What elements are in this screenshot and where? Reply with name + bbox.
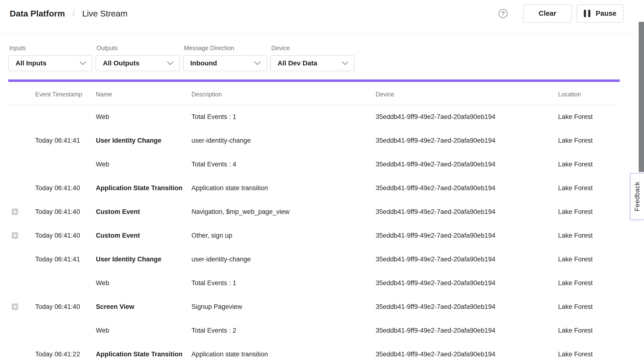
accent-divider xyxy=(8,79,620,82)
cell-name: Application State Transition xyxy=(96,351,182,358)
scrollbar-track[interactable] xyxy=(639,0,644,360)
breadcrumb-live-stream: Live Stream xyxy=(82,9,128,18)
column-header-name: Name xyxy=(96,84,112,105)
cell-location: Lake Forest xyxy=(558,208,593,216)
cell-device: 35eddb41-9ff9-49e2-7aed-20afa90eb194 xyxy=(376,303,495,311)
breadcrumb-separator: / xyxy=(72,8,75,19)
page-header: Data Platform / Live Stream ? Clear Paus… xyxy=(0,0,644,33)
table-row[interactable]: Web Total Events : 2 35eddb41-9ff9-49e2-… xyxy=(0,319,644,342)
cell-device: 35eddb41-9ff9-49e2-7aed-20afa90eb194 xyxy=(376,256,495,263)
filter-outputs-value: All Outputs xyxy=(103,59,140,67)
clear-button[interactable]: Clear xyxy=(523,4,572,23)
cell-location: Lake Forest xyxy=(558,256,593,263)
filter-device-value: All Dev Data xyxy=(278,59,317,67)
cell-name: Custom Event xyxy=(96,232,140,239)
cell-location: Lake Forest xyxy=(558,137,593,144)
breadcrumb: Data Platform / Live Stream xyxy=(10,8,128,19)
cell-description: user-identity-change xyxy=(192,137,251,144)
filter-device-select[interactable]: All Dev Data xyxy=(270,55,354,71)
table-row[interactable]: Today 06:41:41 User Identity Change user… xyxy=(0,129,644,152)
cell-name: Application State Transition xyxy=(96,184,182,192)
cell-description: Other, sign up xyxy=(192,232,232,239)
cell-description: Total Events : 2 xyxy=(192,327,236,334)
filter-outputs-select[interactable]: All Outputs xyxy=(96,55,180,71)
chevron-down-icon xyxy=(167,61,174,65)
column-header-device: Device xyxy=(376,84,394,105)
cell-description: Navigation, $mp_web_page_view xyxy=(192,208,290,216)
filters-bar: Inputs All Inputs Outputs All Outputs Me… xyxy=(8,45,354,71)
filter-inputs-select[interactable]: All Inputs xyxy=(8,55,92,71)
cell-device: 35eddb41-9ff9-49e2-7aed-20afa90eb194 xyxy=(376,161,495,168)
filter-device-label: Device xyxy=(270,45,354,51)
table-row[interactable]: Today 06:41:41 User Identity Change user… xyxy=(0,247,644,271)
column-header-location: Location xyxy=(558,84,581,105)
expand-button[interactable] xyxy=(12,232,18,239)
chevron-down-icon xyxy=(254,61,261,65)
table-row[interactable]: Today 06:41:40 Application State Transit… xyxy=(0,176,644,200)
cell-device: 35eddb41-9ff9-49e2-7aed-20afa90eb194 xyxy=(376,137,495,144)
filter-inputs-label: Inputs xyxy=(8,45,92,51)
cell-device: 35eddb41-9ff9-49e2-7aed-20afa90eb194 xyxy=(376,279,495,287)
cell-timestamp: Today 06:41:41 xyxy=(35,256,80,263)
table-row[interactable]: Web Total Events : 4 35eddb41-9ff9-49e2-… xyxy=(0,152,644,176)
table-row[interactable]: Today 06:41:40 Custom Event Navigation, … xyxy=(0,200,644,224)
filter-outputs: Outputs All Outputs xyxy=(96,45,180,71)
cell-device: 35eddb41-9ff9-49e2-7aed-20afa90eb194 xyxy=(376,208,495,216)
cell-description: Application state transition xyxy=(192,351,268,358)
filter-message-direction-label: Message Direction xyxy=(183,45,267,51)
pause-button-label: Pause xyxy=(596,9,616,17)
scrollbar-thumb[interactable] xyxy=(639,22,644,172)
cell-name: Custom Event xyxy=(96,208,140,216)
cell-timestamp: Today 06:41:40 xyxy=(35,232,80,239)
filter-inputs-value: All Inputs xyxy=(16,59,46,67)
column-header-event-timestamp: Event Timestamp xyxy=(35,84,82,105)
event-list: Web Total Events : 1 35eddb41-9ff9-49e2-… xyxy=(0,105,644,360)
cell-name: Web xyxy=(96,327,109,334)
cell-name: Screen View xyxy=(96,303,134,311)
cell-timestamp: Today 06:41:40 xyxy=(35,184,80,192)
cell-timestamp: Today 06:41:40 xyxy=(35,208,80,216)
plus-icon xyxy=(13,210,17,214)
table-row[interactable]: Today 06:41:22 Application State Transit… xyxy=(0,342,644,360)
breadcrumb-data-platform[interactable]: Data Platform xyxy=(10,9,65,18)
expand-button[interactable] xyxy=(12,304,18,310)
chevron-down-icon xyxy=(80,61,86,65)
table-row[interactable]: Web Total Events : 1 35eddb41-9ff9-49e2-… xyxy=(0,271,644,295)
cell-timestamp: Today 06:41:22 xyxy=(35,351,80,358)
table-row[interactable]: Today 06:41:40 Screen View Signup Pagevi… xyxy=(0,295,644,319)
cell-timestamp: Today 06:41:41 xyxy=(35,137,80,144)
cell-name: Web xyxy=(96,279,109,287)
cell-description: Signup Pageview xyxy=(192,303,242,311)
cell-name: Web xyxy=(96,161,109,168)
cell-description: Total Events : 1 xyxy=(192,279,236,287)
table-row[interactable]: Web Total Events : 1 35eddb41-9ff9-49e2-… xyxy=(0,105,644,129)
filter-message-direction-value: Inbound xyxy=(190,59,217,67)
column-header-description: Description xyxy=(192,84,222,105)
cell-device: 35eddb41-9ff9-49e2-7aed-20afa90eb194 xyxy=(376,327,495,334)
cell-description: Application state transition xyxy=(192,184,268,192)
cell-location: Lake Forest xyxy=(558,113,593,121)
cell-location: Lake Forest xyxy=(558,303,593,311)
pause-button[interactable]: Pause xyxy=(576,4,624,23)
cell-timestamp: Today 06:41:40 xyxy=(35,303,80,311)
help-icon[interactable]: ? xyxy=(498,9,508,18)
cell-name: User Identity Change xyxy=(96,137,161,144)
pause-icon xyxy=(584,10,590,17)
expand-button[interactable] xyxy=(12,209,18,215)
plus-icon xyxy=(13,234,17,237)
table-row[interactable]: Today 06:41:40 Custom Event Other, sign … xyxy=(0,224,644,247)
filter-message-direction-select[interactable]: Inbound xyxy=(183,55,267,71)
plus-icon xyxy=(13,305,17,309)
filter-device: Device All Dev Data xyxy=(270,45,354,71)
table-header: Event Timestamp Name Description Device … xyxy=(0,84,644,105)
cell-location: Lake Forest xyxy=(558,184,593,192)
cell-name: Web xyxy=(96,113,109,121)
filter-inputs: Inputs All Inputs xyxy=(8,45,92,71)
cell-device: 35eddb41-9ff9-49e2-7aed-20afa90eb194 xyxy=(376,184,495,192)
cell-description: Total Events : 4 xyxy=(192,161,236,168)
cell-location: Lake Forest xyxy=(558,351,593,358)
cell-device: 35eddb41-9ff9-49e2-7aed-20afa90eb194 xyxy=(376,351,495,358)
cell-location: Lake Forest xyxy=(558,279,593,287)
cell-location: Lake Forest xyxy=(558,327,593,334)
cell-location: Lake Forest xyxy=(558,161,593,168)
